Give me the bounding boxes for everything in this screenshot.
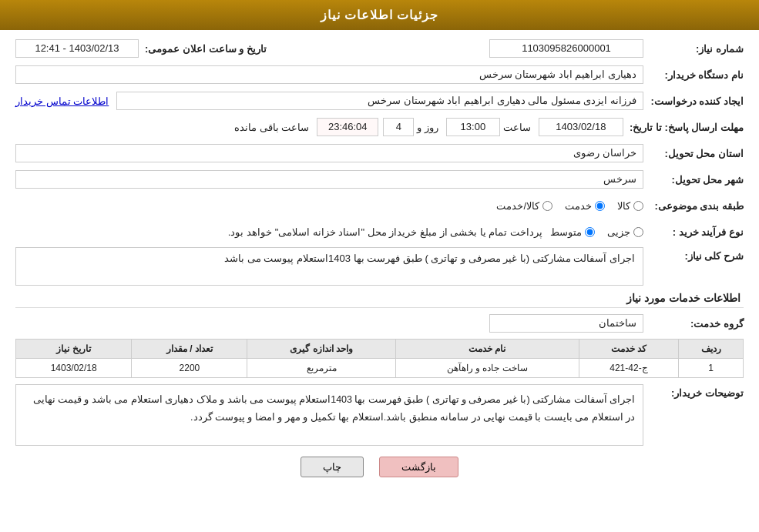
col-nam: نام خدمت [395,340,579,359]
page-header: جزئیات اطلاعات نیاز [0,0,759,30]
sharh-value: اجرای آسفالت مشارکتی (با غیر مصرفی و تها… [15,247,643,286]
bazgasht-button[interactable]: بازگشت [379,457,458,477]
sharh-label: شرح کلی نیاز: [643,247,744,262]
page-wrapper: جزئیات اطلاعات نیاز شماره نیاز: 11030958… [0,0,759,532]
col-tedad: تعداد / مقدار [132,340,247,359]
shomara-value: 1103095826000001 [489,39,643,58]
towzih-row: توضیحات خریدار: اجرای آسفالت مشارکتی (با… [15,384,744,446]
shahr-label: شهر محل تحویل: [643,174,744,186]
shahr-value: سرخس [15,170,643,189]
dasgah-value: دهیاری ابراهیم اباد شهرستان سرخس [15,65,643,84]
col-vahed: واحد اندازه گیری [247,340,395,359]
saat-value: 13:00 [446,118,500,136]
ostan-row: استان محل تحویل: خراسان رضوی [15,142,744,164]
group-khadamat-label: گروه خدمت: [643,318,744,330]
dasgah-row: نام دستگاه خریدار: دهیاری ابراهیم اباد ش… [15,64,744,85]
saat-label: ساعت [500,122,534,133]
noeFarayand-text: پرداخت تمام یا بخشی از مبلغ خریداز محل "… [220,226,550,238]
content-area: شماره نیاز: 1103095826000001 تاریخ و ساع… [0,30,759,493]
radio-motavasset-item: متوسط [550,226,595,238]
cell-nam: ساخت جاده و راهآهن [395,359,579,378]
rooz-label: روز و [414,122,442,133]
noeFarayand-row: نوع فرآیند خرید : جزیی متوسط پرداخت تمام… [15,221,744,243]
radio-jozyi-item: جزیی [607,226,643,238]
towzih-value: اجرای آسفالت مشارکتی (با غیر مصرفی و تها… [15,384,643,446]
ijad-value: فرزانه ایزدی مسئول مالی دهیاری ابراهیم ا… [116,92,643,110]
noeFarayand-label: نوع فرآیند خرید : [643,226,744,238]
col-kod: کد خدمت [579,340,678,359]
ostan-label: استان محل تحویل: [643,148,744,159]
tarikh-elan-value: 1403/02/13 - 12:41 [15,39,139,58]
cell-radif: 1 [679,359,744,378]
shomara-label: شماره نیاز: [643,43,744,55]
noeFarayand-radio-group: جزیی متوسط [550,226,643,238]
cell-kod: ج-42-421 [579,359,678,378]
ijad-label: ایجاد کننده درخواست: [643,95,744,107]
ijad-row: ایجاد کننده درخواست: فرزانه ایزدی مسئول … [15,90,744,112]
cell-tedad: 2200 [132,359,247,378]
radio-kk-label: کالا/خدمت [496,200,539,212]
group-khadamat-row: گروه خدمت: ساختمان [15,313,744,334]
col-tarikh: تاریخ نیاز [16,340,132,359]
page-title: جزئیات اطلاعات نیاز [321,8,439,22]
dasgah-label: نام دستگاه خریدار: [643,69,744,81]
radio-motavasset[interactable] [585,227,595,237]
shomara-row: شماره نیاز: 1103095826000001 تاریخ و ساع… [15,38,744,59]
towzih-label: توضیحات خریدار: [643,384,744,399]
tabaqe-row: طبقه بندی موضوعی: کالا خدمت کالا/خدمت [15,195,744,216]
radio-khadamat[interactable] [595,201,605,211]
khadamat-section-title: اطلاعات خدمات مورد نیاز [15,292,744,308]
timer-value: 23:46:04 [317,118,378,136]
radio-kala-item: کالا [617,200,643,212]
rooz-value: 4 [383,118,414,136]
cell-tarikh: 1403/02/18 [16,359,132,378]
services-table: ردیف کد خدمت نام خدمت واحد اندازه گیری ت… [15,339,744,378]
radio-kala-khadamat[interactable] [542,201,552,211]
group-khadamat-value: ساختمان [489,314,643,333]
baghimande-label: ساعت باقی مانده [231,122,312,133]
tabaqe-label: طبقه بندی موضوعی: [643,200,744,212]
radio-motavasset-label: متوسط [550,226,582,238]
radio-kala[interactable] [633,201,643,211]
radio-jozyi-label: جزیی [607,226,630,238]
ostan-value: خراسان رضوی [15,144,643,162]
shahr-row: شهر محل تحویل: سرخس [15,169,744,190]
buttons-row: بازگشت چاپ [15,457,744,477]
tarikh-elan-label: تاریخ و ساعت اعلان عمومی: [139,43,267,55]
col-radif: ردیف [679,340,744,359]
table-row: 1ج-42-421ساخت جاده و راهآهنمترمربع220014… [16,359,744,378]
mohlet-row: مهلت ارسال پاسخ: تا تاریخ: 1403/02/18 سا… [15,116,744,138]
radio-kk-item: کالا/خدمت [496,200,552,212]
chap-button[interactable]: چاپ [301,457,364,477]
mohlet-date: 1403/02/18 [539,118,623,136]
sharh-row: شرح کلی نیاز: اجرای آسفالت مشارکتی (با غ… [15,247,744,286]
radio-khadamat-item: خدمت [565,200,605,212]
cell-vahed: مترمربع [247,359,395,378]
ittila-link[interactable]: اطلاعات تماس خریدار [15,95,109,107]
mohlet-label: مهلت ارسال پاسخ: تا تاریخ: [623,122,744,133]
tabaqe-radio-group: کالا خدمت کالا/خدمت [496,200,643,212]
radio-kala-label: کالا [617,200,630,212]
radio-jozyi[interactable] [633,227,643,237]
radio-khadamat-label: خدمت [565,200,592,212]
